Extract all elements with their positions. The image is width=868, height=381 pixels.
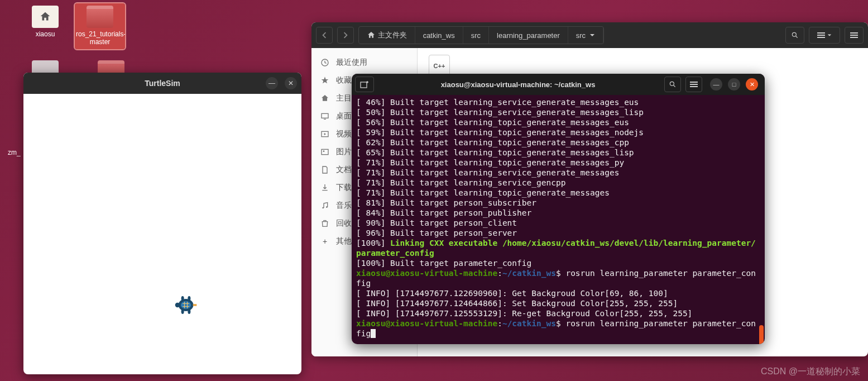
nav-forward-button[interactable] bbox=[337, 27, 354, 44]
svg-rect-10 bbox=[817, 35, 825, 36]
desktop-icon-folder-selected[interactable]: ros_21_tutorials-master bbox=[75, 3, 125, 49]
svg-rect-7 bbox=[193, 304, 197, 306]
desktop-text: zm_ bbox=[8, 149, 21, 156]
breadcrumb: 主文件夹 catkin_ws src learning_parameter sr… bbox=[358, 26, 604, 44]
terminal-titlebar[interactable]: xiaosu@xiaosu-virtual-machine: ~/catkin_… bbox=[352, 74, 765, 95]
breadcrumb-seg[interactable]: src bbox=[463, 27, 489, 44]
terminal-scrollbar[interactable] bbox=[759, 325, 764, 344]
minimize-button[interactable]: — bbox=[266, 77, 278, 89]
filemanager-header: 主文件夹 catkin_ws src learning_parameter sr… bbox=[311, 22, 868, 48]
turtlesim-title: TurtleSim bbox=[145, 79, 180, 88]
svg-point-8 bbox=[792, 32, 796, 36]
folder-icon bbox=[87, 6, 113, 28]
terminal-window: xiaosu@xiaosu-virtual-machine: ~/catkin_… bbox=[352, 74, 765, 344]
svg-rect-13 bbox=[850, 35, 858, 36]
svg-rect-9 bbox=[817, 32, 825, 34]
svg-rect-16 bbox=[322, 113, 328, 118]
svg-point-2 bbox=[175, 303, 180, 307]
svg-point-20 bbox=[322, 207, 324, 209]
menu-button[interactable] bbox=[845, 27, 864, 44]
home-folder-icon bbox=[32, 6, 59, 28]
desktop-icon-label: ros_21_tutorials-master bbox=[76, 30, 124, 46]
svg-point-1 bbox=[181, 301, 191, 308]
nav-back-button[interactable] bbox=[316, 27, 333, 44]
svg-rect-25 bbox=[690, 84, 698, 85]
desktop-icon-label: xiaosu bbox=[20, 30, 70, 38]
svg-point-21 bbox=[326, 206, 328, 208]
close-button[interactable]: ✕ bbox=[746, 78, 758, 91]
svg-rect-12 bbox=[850, 32, 858, 34]
svg-rect-26 bbox=[690, 86, 698, 87]
view-options-button[interactable] bbox=[809, 27, 840, 44]
turtlesim-window: TurtleSim — ✕ bbox=[23, 73, 301, 374]
svg-point-4 bbox=[188, 296, 190, 301]
turtle-sprite bbox=[174, 293, 198, 317]
watermark: CSDN @一道秘制的小菜 bbox=[761, 366, 860, 378]
svg-rect-11 bbox=[817, 37, 825, 38]
search-button[interactable] bbox=[785, 27, 804, 44]
terminal-title: xiaosu@xiaosu-virtual-machine: ~/catkin_… bbox=[376, 80, 660, 89]
svg-point-23 bbox=[670, 82, 674, 85]
svg-point-19 bbox=[323, 150, 325, 152]
terminal-menu-button[interactable] bbox=[685, 77, 702, 92]
svg-point-5 bbox=[181, 309, 184, 314]
svg-point-6 bbox=[188, 309, 190, 314]
svg-rect-14 bbox=[850, 37, 858, 38]
close-button[interactable]: ✕ bbox=[285, 77, 297, 89]
new-tab-button[interactable] bbox=[355, 77, 374, 92]
svg-rect-18 bbox=[322, 149, 328, 154]
minimize-button[interactable]: — bbox=[710, 78, 722, 91]
breadcrumb-seg[interactable]: src bbox=[568, 27, 604, 44]
breadcrumb-seg[interactable]: learning_parameter bbox=[489, 27, 568, 44]
sidebar-item-recent[interactable]: 最近使用 bbox=[311, 54, 417, 72]
breadcrumb-home[interactable]: 主文件夹 bbox=[359, 27, 415, 44]
terminal-body[interactable]: [ 46%] Built target learning_service_gen… bbox=[352, 95, 765, 344]
svg-rect-24 bbox=[690, 82, 698, 83]
svg-point-3 bbox=[181, 296, 184, 301]
breadcrumb-seg[interactable]: catkin_ws bbox=[415, 27, 463, 44]
maximize-button[interactable]: □ bbox=[728, 78, 740, 91]
terminal-search-button[interactable] bbox=[664, 77, 681, 92]
turtlesim-titlebar[interactable]: TurtleSim — ✕ bbox=[23, 73, 301, 94]
svg-rect-22 bbox=[361, 82, 367, 88]
desktop-icon-home[interactable]: xiaosu bbox=[20, 6, 70, 38]
